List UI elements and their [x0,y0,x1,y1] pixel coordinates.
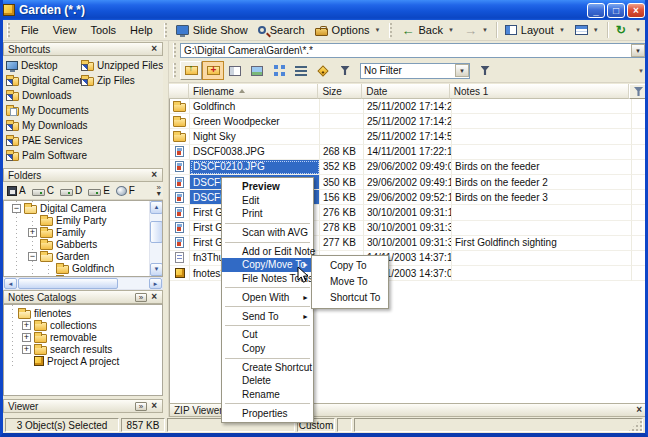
menu-help[interactable]: Help [123,22,160,38]
context-menu-item-create-shortcut[interactable]: Create Shortcut [222,361,313,375]
table-row[interactable]: Goldfinch25/11/2002 17:14:22 [170,99,648,114]
menu-view[interactable]: View [46,22,84,38]
tree-item-filenotes[interactable]: filenotes [4,307,162,319]
close-button[interactable]: × [627,3,645,18]
new-folder-button[interactable] [202,61,224,80]
context-menu-item-send-to[interactable]: Send To► [222,310,313,324]
header-filter-button[interactable] [629,84,648,99]
drive-c-button[interactable]: C [30,185,56,196]
scrollbar-thumb[interactable] [150,221,163,243]
table-row[interactable]: DSCF0210.JPG352 KB29/06/2002 09:49:08Bir… [170,160,648,175]
view-style-button[interactable]: ▼ [570,23,604,37]
toolbar-grip[interactable] [173,63,176,78]
search-button[interactable]: Search [253,22,310,38]
file-name-cell[interactable]: Goldfinch [190,99,320,114]
tree-item-goldfinch[interactable]: Goldfinch [4,262,149,274]
drive-bar-overflow[interactable]: »▾ [157,185,161,197]
filename-column-header[interactable]: Filename [189,84,318,99]
file-name-cell[interactable]: DSCF0210.JPG [190,160,320,175]
context-menu-item-print[interactable]: Print [222,207,313,221]
context-menu-item-properties[interactable]: Properties [222,407,313,421]
shortcut-item-digital-camera[interactable]: Digital Camera [6,73,89,88]
expand-plus-icon[interactable]: + [28,228,37,237]
context-menu-item-rename[interactable]: Rename [222,388,313,402]
image-view-button[interactable] [246,61,268,80]
collapse-minus-icon[interactable]: − [28,252,37,261]
icon-column-header[interactable] [169,84,189,99]
file-name-cell[interactable]: Green Woodpecker [190,114,320,129]
size-column-header[interactable]: Size [318,84,362,99]
tree-item-family[interactable]: +Family [4,226,149,238]
drive-d-button[interactable]: D [58,185,84,196]
scroll-right-icon[interactable]: ► [149,278,162,289]
context-menu-item-cut[interactable]: Cut [222,328,313,342]
filter-button[interactable] [334,61,356,80]
toolbar-grip[interactable] [7,23,10,38]
toolbar-grip[interactable] [389,23,392,38]
tree-item-collections[interactable]: +collections [4,319,162,331]
expand-more-icon[interactable]: » [135,293,147,302]
drive-f-button[interactable]: F [114,185,137,196]
close-icon[interactable]: × [150,292,158,302]
file-name-cell[interactable]: DSCF0038.JPG [190,145,320,160]
horizontal-scrollbar[interactable]: ◄ ► [3,277,163,290]
address-input[interactable]: G:\Digital Camera\Garden\*.* ▼ [180,43,646,58]
viewer-panel-header[interactable]: Viewer » × [3,399,163,413]
drive-a-button[interactable]: A [5,185,28,196]
address-dropdown-icon[interactable]: ▼ [631,44,645,57]
scroll-up-icon[interactable]: ▲ [150,201,163,214]
tree-item-digital-camera[interactable]: −Digital Camera [4,202,149,214]
shortcuts-panel-header[interactable]: Shortcuts × [3,42,163,56]
forward-button[interactable]: → ▼ [459,22,493,39]
tree-item-removable[interactable]: +removable [4,331,162,343]
refresh-button[interactable]: ↻ [611,22,631,38]
shortcut-item-unzipped-files[interactable]: Unzipped Files [81,58,163,73]
minimize-button[interactable]: _ [587,3,605,18]
toolbar-grip[interactable] [173,43,176,58]
close-icon[interactable]: × [150,170,158,180]
menu-file[interactable]: File [14,22,46,38]
layout-button[interactable]: Layout ▼ [500,22,570,38]
context-menu-item-add-or-edit-note[interactable]: Add or Edit Note [222,245,313,259]
notes-catalogs-panel-header[interactable]: Notes Catalogs » × [3,290,163,304]
up-one-level-button[interactable] [180,61,202,80]
shortcut-item-pae-services[interactable]: PAE Services [6,133,89,148]
title-bar[interactable]: Garden (*.*) _ □ × [0,0,648,20]
notes-column-header[interactable]: Notes 1 [450,84,629,99]
context-menu-item-scan-with-avg[interactable]: Scan with AVG [222,226,313,240]
context-menu-item-delete[interactable]: Delete [222,374,313,388]
date-column-header[interactable]: Date [362,84,450,99]
info-button[interactable] [312,61,334,80]
vertical-scrollbar[interactable]: ▲ ▼ [149,201,162,276]
drive-e-button[interactable]: E [86,185,112,196]
shortcut-item-palm-software[interactable]: Palm Software [6,148,89,163]
close-icon[interactable]: × [150,44,158,54]
expand-plus-icon[interactable]: + [22,333,31,342]
add-filter-button[interactable]: + [474,61,496,80]
scroll-down-icon[interactable]: ▼ [150,263,163,276]
maximize-button[interactable]: □ [607,3,625,18]
panes-view-button[interactable] [224,61,246,80]
context-menu-item-open-with[interactable]: Open With► [222,291,313,305]
context-menu-item-copy[interactable]: Copy [222,342,313,356]
expand-more-icon[interactable]: » [135,402,147,411]
filter-dropdown-icon[interactable]: ▼ [455,64,469,77]
context-menu-item-edit[interactable]: Edit [222,194,313,208]
tree-item-emily-party[interactable]: Emily Party [4,214,149,226]
tree-item-gabberts[interactable]: Gabberts [4,238,149,250]
toolbar-overflow-chevron[interactable]: ▼ [635,27,641,33]
submenu-item-copy-to[interactable]: Copy To [312,258,388,274]
back-button[interactable]: ← Back ▼ [396,22,458,39]
tree-item-project-a-project[interactable]: Project A project [4,355,162,367]
thumbnails-view-button[interactable] [268,61,290,80]
table-row[interactable]: Green Woodpecker25/11/2002 17:14:28 [170,114,648,129]
scroll-left-icon[interactable]: ◄ [4,278,17,289]
resize-grip[interactable] [629,418,642,431]
close-icon[interactable]: × [635,405,643,415]
scrollbar-thumb[interactable] [18,278,118,289]
context-menu-item-preview[interactable]: Preview [222,180,313,194]
close-icon[interactable]: × [150,401,158,411]
shortcut-item-zip-files[interactable]: Zip Files [81,73,163,88]
toolbar-overflow-chevron[interactable]: ▼ [638,68,644,74]
collapse-minus-icon[interactable]: − [12,204,21,213]
